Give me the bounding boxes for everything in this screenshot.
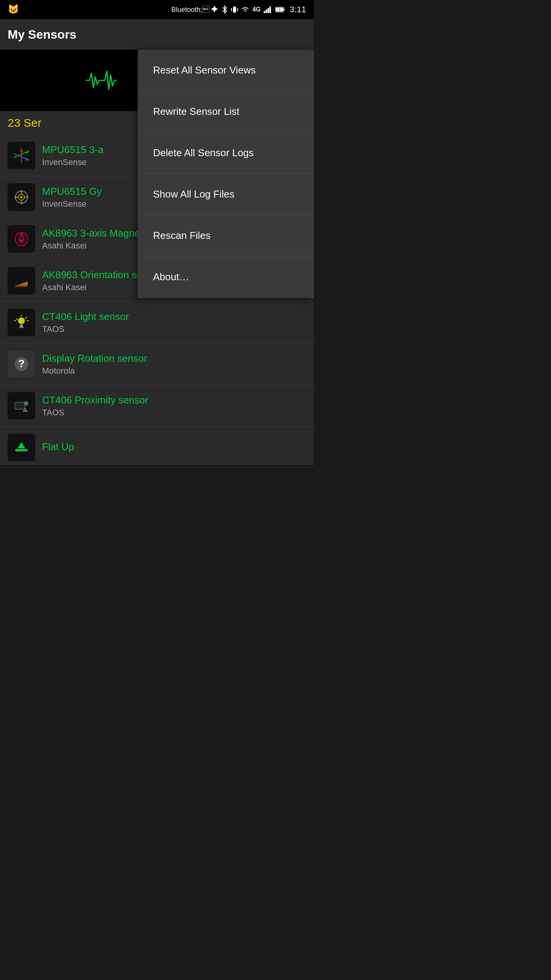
svg-rect-41 <box>15 403 24 409</box>
svg-point-23 <box>20 196 23 198</box>
svg-rect-32 <box>19 327 24 328</box>
svg-rect-5 <box>267 8 269 13</box>
svg-rect-8 <box>284 9 285 10</box>
network-icon: 4G <box>253 6 261 13</box>
svg-rect-6 <box>269 7 271 13</box>
sensor-icon-ct406-proximity <box>8 392 35 420</box>
svg-line-36 <box>16 318 18 320</box>
svg-line-25 <box>21 233 24 240</box>
bluetooth-icon: Bluetooth; ✦ <box>171 6 218 14</box>
vibrate-icon <box>231 5 238 14</box>
sensor-info-ct406-light: CT406 Light sensor TAOS <box>42 311 306 334</box>
dropdown-menu: Reset All Sensor Views Rewrite Sensor Li… <box>138 50 314 298</box>
sensor-item[interactable]: ? Display Rotation sensor Motorola <box>0 343 314 385</box>
svg-rect-4 <box>266 10 267 13</box>
cat-icon: 🐱 <box>8 4 19 15</box>
battery-icon <box>275 6 285 13</box>
svg-text:?: ? <box>18 358 24 369</box>
svg-rect-46 <box>15 449 28 451</box>
svg-point-26 <box>20 239 23 243</box>
app-title: My Sensors <box>8 28 77 42</box>
sensor-icon-flat-up <box>8 434 35 461</box>
sensor-icon-display-rotation: ? <box>8 350 35 378</box>
dropdown-item-delete-logs[interactable]: Delete All Sensor Logs <box>138 132 314 174</box>
sensor-icon-ct406-light <box>8 309 35 336</box>
sensor-item[interactable]: CT406 Light sensor TAOS <box>0 302 314 343</box>
sensor-icon-ak8963-mag <box>8 225 35 253</box>
svg-line-34 <box>25 317 27 318</box>
status-time: 3:11 <box>290 5 306 15</box>
svg-line-24 <box>19 233 21 240</box>
sensor-name: CT406 Proximity sensor <box>42 394 306 406</box>
svg-point-30 <box>18 317 25 324</box>
svg-rect-28 <box>15 285 28 287</box>
sensor-name: CT406 Light sensor <box>42 311 306 323</box>
sensor-info-display-rotation: Display Rotation sensor Motorola <box>42 353 306 376</box>
app-bar: My Sensors <box>0 19 314 50</box>
dropdown-item-about[interactable]: About… <box>138 256 314 298</box>
sensor-item[interactable]: CT406 Proximity sensor TAOS <box>0 385 314 427</box>
sensor-info-flat-up: Flat Up <box>42 441 306 454</box>
sensor-name: Display Rotation sensor <box>42 353 306 364</box>
svg-point-43 <box>25 402 27 405</box>
status-bar: 🐱 Bluetooth; ✦ 4G <box>0 0 314 19</box>
dropdown-item-rewrite-list[interactable]: Rewrite Sensor List <box>138 91 314 132</box>
sensor-name: Flat Up <box>42 441 306 453</box>
sensor-vendor: TAOS <box>42 324 306 334</box>
sensor-icon-mpu6515-accel <box>8 142 35 169</box>
sensor-item[interactable]: Flat Up <box>0 427 314 465</box>
sensor-vendor: TAOS <box>42 408 306 418</box>
svg-marker-14 <box>20 148 23 152</box>
sensor-vendor: Motorola <box>42 366 306 376</box>
dropdown-item-rescan-files[interactable]: Rescan Files <box>138 215 314 256</box>
sensor-icon-ak8963-orient <box>8 267 35 294</box>
content-area: MY SE 23 Ser MPU6515 3-a InvenSense <box>0 50 314 465</box>
sensor-info-ct406-proximity: CT406 Proximity sensor TAOS <box>42 394 306 418</box>
signal-icon <box>264 6 272 13</box>
sensor-icon-mpu6515-gyro <box>8 183 35 211</box>
svg-marker-15 <box>26 151 29 155</box>
svg-marker-16 <box>25 158 29 161</box>
dropdown-item-show-logs[interactable]: Show All Log Files <box>138 174 314 215</box>
svg-marker-47 <box>18 442 25 448</box>
dropdown-item-reset-all[interactable]: Reset All Sensor Views <box>138 50 314 91</box>
svg-rect-31 <box>20 325 23 327</box>
bluetooth-icon <box>221 5 228 14</box>
wifi-icon <box>241 6 249 13</box>
svg-rect-3 <box>264 11 265 13</box>
svg-rect-0 <box>233 7 236 13</box>
status-icons: Bluetooth; ✦ 4G <box>171 5 285 14</box>
